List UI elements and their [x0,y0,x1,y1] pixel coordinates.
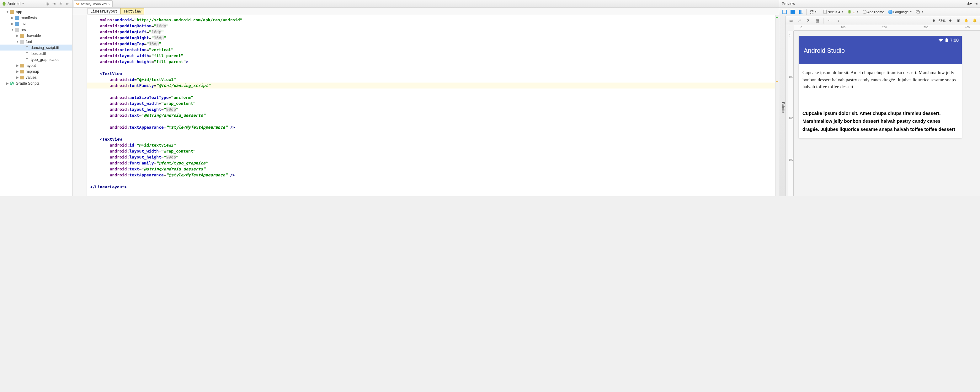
error-stripe [775,15,779,196]
both-view-icon[interactable] [797,8,804,15]
device-appbar: 7:00 Android Studio [799,36,962,64]
svg-rect-7 [917,11,920,13]
android-icon [2,2,6,6]
battery-icon [945,38,948,42]
project-header: Android ▼ ◎ ⇥ ✻ ⇤ [0,0,72,8]
device-status-bar: 7:00 [938,38,959,43]
code-content[interactable]: xmlns:android="http://schemas.android.co… [72,15,779,192]
preview-toolbar-1: ▼ Nexus 4▼ O▼ AppTheme Language▼ ▼ [779,8,980,16]
crumb-linearlayout[interactable]: LinearLayout [88,8,121,14]
variant-dropdown[interactable]: ▼ [915,10,925,14]
theme-icon [863,10,867,14]
preview-header: Preview ✻▾ ⇥ [779,0,980,8]
tree-values[interactable]: ▶values [0,74,72,80]
api-dropdown[interactable]: O▼ [846,10,860,14]
rotate-icon [810,10,813,14]
theme-dropdown[interactable]: AppTheme [861,10,886,14]
tree-font-file[interactable]: Tdancing_script.ttf [0,45,72,51]
zoom-out-button[interactable]: ⊖ [931,17,937,24]
editor-tabs: <> activity_main.xml × [72,0,779,8]
layers-icon [916,10,920,14]
pan-hand-icon[interactable]: ✋ [963,17,970,24]
editor-tab-activity-main[interactable]: <> activity_main.xml × [74,0,113,7]
tree-font-file[interactable]: Tlobster.ttf [0,51,72,56]
tree-gradle[interactable]: ▶Gradle Scripts [0,80,72,86]
device-content: Cupcake ipsum dolor sit. Amet chupa chup… [799,64,962,138]
android-icon [847,10,852,14]
tree-font-file[interactable]: Ttypo_graphica.otf [0,56,72,62]
project-mode-label[interactable]: Android [8,2,21,6]
design-canvas[interactable]: 7:00 Android Studio Cupcake ipsum dolor … [797,35,977,193]
warnings-icon[interactable]: ▦ [814,17,821,24]
zoom-level: 67% [939,19,945,22]
blueprint-view-icon[interactable] [789,8,796,15]
tree-drawable[interactable]: ▶drawable [0,33,72,38]
ruler-vertical: 0 100 200 300 [788,31,794,196]
editor-tab-label: activity_main.xml [81,2,107,6]
editor-panel: <> activity_main.xml × LinearLayout Text… [72,0,779,196]
preview-toolbar-2: ▭ ⤢ Σ ▦ ↔ ↕ ⊖ 67% ⊕ ▣ ✋ 🔔 [786,16,980,25]
tree-app[interactable]: ▼app [0,9,72,15]
close-icon[interactable]: × [108,2,110,6]
zoom-in-button[interactable]: ⊕ [947,17,954,24]
project-tree: ▼app ▶manifests ▶java ▼res ▶drawable ▼fo… [0,8,72,88]
sigma-icon[interactable]: Σ [805,17,812,24]
svg-rect-3 [799,10,800,14]
zoom-fit-button[interactable]: ▣ [955,17,962,24]
globe-icon [888,10,892,14]
hide-panel-icon[interactable]: ⇥ [974,2,977,6]
chevron-down-icon: ▼ [22,2,24,5]
tree-font[interactable]: ▼font [0,38,72,45]
device-label: Nexus 4 [827,10,840,14]
tree-manifests[interactable]: ▶manifests [0,15,72,21]
svg-rect-5 [824,10,826,14]
wifi-icon [938,38,943,42]
design-surface: ▭ ⤢ Σ ▦ ↔ ↕ ⊖ 67% ⊕ ▣ ✋ 🔔 0 100 [786,16,980,196]
language-dropdown[interactable]: Language▼ [887,10,913,14]
hide-panel-icon[interactable]: ⇤ [65,1,70,6]
font-file-icon: T [24,51,30,56]
font-file-icon: T [24,45,30,50]
collapse-icon[interactable]: ⇥ [51,1,56,6]
status-time: 7:00 [950,38,959,43]
expand-h-icon[interactable]: ↔ [826,17,833,24]
tree-mipmap[interactable]: ▶mipmap [0,69,72,74]
editor-breadcrumb: LinearLayout TextView [72,8,779,15]
gradle-icon [10,81,14,85]
select-icon[interactable]: ▭ [788,17,794,24]
textview-2: Cupcake ipsum dolor sit. Amet chupa chup… [802,109,958,133]
gear-icon[interactable]: ✻▾ [967,2,972,6]
xml-file-icon: <> [76,2,80,6]
code-editor[interactable]: xmlns:android="http://schemas.android.co… [72,15,779,196]
target-icon[interactable]: ◎ [45,1,49,6]
app-title: Android Studio [804,47,957,54]
orientation-dropdown[interactable]: ▼ [808,10,818,14]
design-view-icon[interactable] [781,8,788,15]
notifications-icon[interactable]: 🔔 [971,17,978,24]
project-panel: Android ▼ ◎ ⇥ ✻ ⇤ ▼app ▶manifests ▶java … [0,0,72,196]
preview-panel: Preview ✻▾ ⇥ ▼ Nexus 4▼ O▼ AppTheme Lang… [779,0,980,196]
tree-res[interactable]: ▼res [0,27,72,33]
editor-gutter [72,15,87,196]
preview-title: Preview [782,2,964,6]
crumb-textview[interactable]: TextView [121,8,144,14]
language-label: Language [893,10,909,14]
gear-icon[interactable]: ✻ [58,1,64,6]
tree-java[interactable]: ▶java [0,21,72,27]
palette-strip[interactable]: Palette [779,16,786,196]
svg-rect-8 [945,38,948,42]
svg-rect-2 [791,11,794,13]
zoom-controls: ⊖ 67% ⊕ ▣ ✋ 🔔 [931,17,978,24]
svg-rect-0 [783,10,786,14]
device-dropdown[interactable]: Nexus 4▼ [822,10,845,14]
svg-rect-9 [946,38,947,38]
expand-v-icon[interactable]: ↕ [835,17,842,24]
pan-icon[interactable]: ⤢ [796,17,803,24]
textview-1: Cupcake ipsum dolor sit. Amet chupa chup… [802,69,958,91]
phone-icon [824,10,827,14]
device-frame: 7:00 Android Studio Cupcake ipsum dolor … [799,36,962,138]
font-file-icon: T [24,57,30,62]
svg-rect-4 [801,10,803,14]
tree-layout[interactable]: ▶layout [0,62,72,69]
ruler-horizontal: 0 100 200 300 400 [794,25,980,31]
